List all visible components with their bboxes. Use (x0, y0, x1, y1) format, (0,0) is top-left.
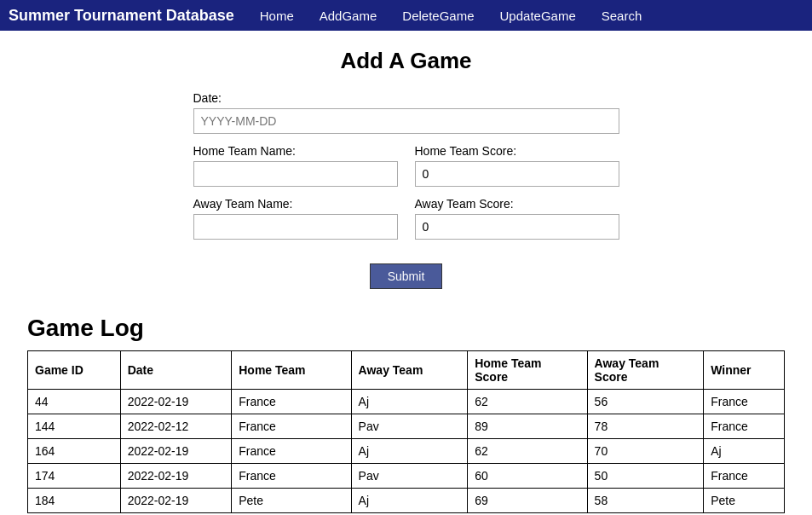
main-content: Add A Game Date: Home Team Name: Home Te… (0, 31, 812, 515)
table-row: 442022-02-19FranceAj6256France (28, 390, 785, 414)
table-cell-home_team: France (232, 414, 351, 439)
table-cell-away_team: Pav (351, 464, 468, 489)
home-team-name-row: Home Team Name: (193, 144, 398, 187)
table-cell-home_score: 69 (468, 489, 587, 513)
table-row: 1442022-02-12FrancePav8978France (28, 414, 785, 439)
table-cell-game_id: 44 (28, 390, 121, 414)
table-cell-date: 2022-02-19 (120, 439, 232, 464)
game-log-table: Game ID Date Home Team Away Team Home Te… (27, 350, 785, 513)
col-winner: Winner (704, 351, 785, 390)
table-cell-away_score: 56 (587, 390, 704, 414)
form-title: Add A Game (340, 48, 471, 74)
home-team-name-label: Home Team Name: (193, 144, 398, 158)
table-row: 1842022-02-19PeteAj6958Pete (28, 489, 785, 513)
away-team-score-label: Away Team Score: (415, 197, 619, 211)
table-cell-home_team: Pete (232, 489, 351, 513)
nav-deletegame[interactable]: DeleteGame (402, 9, 474, 23)
col-home-team: Home Team (232, 351, 351, 390)
table-cell-home_team: France (232, 390, 351, 414)
table-cell-date: 2022-02-19 (120, 464, 232, 489)
table-cell-home_score: 62 (468, 439, 587, 464)
away-team-name-label: Away Team Name: (193, 197, 398, 211)
submit-row: Submit (193, 263, 619, 289)
col-home-score: Home TeamScore (468, 351, 587, 390)
submit-button[interactable]: Submit (370, 263, 443, 289)
nav-home[interactable]: Home (260, 9, 294, 23)
table-cell-away_team: Aj (351, 489, 468, 513)
col-date: Date (120, 351, 232, 390)
table-cell-home_team: France (232, 464, 351, 489)
table-cell-home_team: France (232, 439, 351, 464)
table-cell-home_score: 62 (468, 390, 587, 414)
nav-addgame[interactable]: AddGame (320, 9, 377, 23)
table-cell-game_id: 164 (28, 439, 121, 464)
table-row: 1742022-02-19FrancePav6050France (28, 464, 785, 489)
table-cell-home_score: 89 (468, 414, 587, 439)
home-team-score-label: Home Team Score: (415, 144, 619, 158)
team-score-row-2: Away Team Name: Away Team Score: (193, 197, 619, 250)
table-header-row: Game ID Date Home Team Away Team Home Te… (28, 351, 785, 390)
table-head: Game ID Date Home Team Away Team Home Te… (28, 351, 785, 390)
table-cell-home_score: 60 (468, 464, 587, 489)
col-game-id: Game ID (28, 351, 121, 390)
game-log-title: Game Log (27, 315, 785, 342)
table-cell-away_team: Aj (351, 390, 468, 414)
table-cell-away_team: Pav (351, 414, 468, 439)
date-input[interactable] (193, 108, 619, 134)
table-cell-game_id: 174 (28, 464, 121, 489)
nav-brand: Summer Tournament Database (9, 7, 234, 25)
table-cell-winner: France (704, 390, 785, 414)
nav-search[interactable]: Search (602, 9, 642, 23)
form-container: Date: Home Team Name: Home Team Score: A… (193, 91, 619, 289)
table-cell-away_score: 70 (587, 439, 704, 464)
navbar: Summer Tournament Database Home AddGame … (0, 0, 812, 31)
add-game-section: Add A Game Date: Home Team Name: Home Te… (26, 48, 786, 289)
table-body: 442022-02-19FranceAj6256France1442022-02… (28, 390, 785, 513)
home-team-score-input[interactable] (415, 161, 619, 187)
home-team-score-row: Home Team Score: (415, 144, 619, 187)
table-row: 1642022-02-19FranceAj6270Aj (28, 439, 785, 464)
game-log-section: Game Log Game ID Date Home Team Away Tea… (26, 315, 786, 513)
away-team-score-row: Away Team Score: (415, 197, 619, 240)
table-cell-away_score: 78 (587, 414, 704, 439)
table-cell-winner: France (704, 464, 785, 489)
col-away-score: Away TeamScore (587, 351, 704, 390)
table-cell-winner: France (704, 414, 785, 439)
away-team-name-row: Away Team Name: (193, 197, 398, 240)
nav-updategame[interactable]: UpdateGame (500, 9, 576, 23)
nav-links: Home AddGame DeleteGame UpdateGame Searc… (260, 9, 642, 23)
table-cell-winner: Aj (704, 439, 785, 464)
date-row: Date: (193, 91, 619, 134)
table-cell-date: 2022-02-19 (120, 489, 232, 513)
away-team-score-input[interactable] (415, 214, 619, 240)
team-score-row-1: Home Team Name: Home Team Score: (193, 144, 619, 197)
table-cell-away_team: Aj (351, 439, 468, 464)
col-away-team: Away Team (351, 351, 468, 390)
table-cell-away_score: 58 (587, 489, 704, 513)
home-team-name-input[interactable] (193, 161, 398, 187)
date-label: Date: (193, 91, 619, 105)
table-cell-away_score: 50 (587, 464, 704, 489)
table-cell-date: 2022-02-12 (120, 414, 232, 439)
table-cell-game_id: 144 (28, 414, 121, 439)
table-cell-winner: Pete (704, 489, 785, 513)
away-team-name-input[interactable] (193, 214, 398, 240)
table-cell-game_id: 184 (28, 489, 121, 513)
table-cell-date: 2022-02-19 (120, 390, 232, 414)
